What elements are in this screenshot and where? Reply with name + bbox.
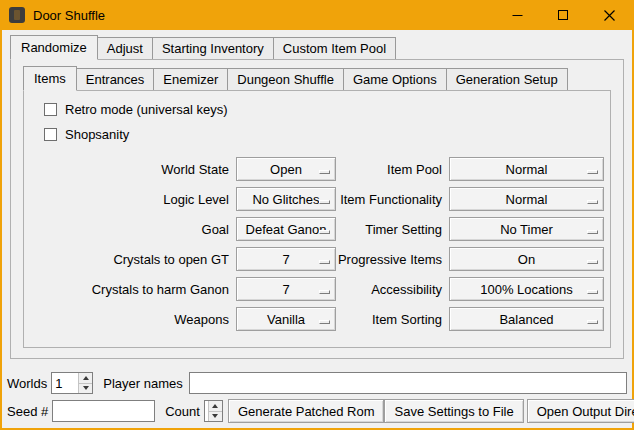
weapons-value: Vanilla bbox=[267, 312, 305, 327]
crystals-ganon-label: Crystals to harm Ganon bbox=[44, 282, 229, 297]
fields-right-column: Item Pool Normal Item Functionality Norm… bbox=[336, 157, 604, 331]
item-pool-dropdown[interactable]: Normal bbox=[449, 157, 604, 181]
weapons-row: Weapons Vanilla bbox=[44, 307, 336, 331]
window-title: Door Shuffle bbox=[33, 8, 105, 23]
menu-indicator-icon bbox=[319, 170, 330, 174]
item-functionality-label: Item Functionality bbox=[336, 192, 442, 207]
weapons-dropdown[interactable]: Vanilla bbox=[236, 307, 336, 331]
close-button[interactable] bbox=[586, 0, 632, 30]
worlds-spin-down-button[interactable] bbox=[79, 384, 92, 394]
item-functionality-value: Normal bbox=[506, 192, 548, 207]
arrow-up-icon bbox=[212, 404, 218, 408]
world-state-label: World State bbox=[44, 162, 229, 177]
arrow-down-icon bbox=[83, 386, 89, 390]
count-spin-down-button[interactable] bbox=[209, 412, 222, 422]
crystals-ganon-value: 7 bbox=[282, 282, 289, 297]
outer-tab-bar: Randomize Adjust Starting Inventory Cust… bbox=[10, 35, 624, 59]
player-names-label: Player names bbox=[103, 376, 182, 391]
menu-indicator-icon bbox=[319, 290, 330, 294]
goal-value: Defeat Ganon bbox=[246, 222, 327, 237]
tab-randomize[interactable]: Randomize bbox=[10, 35, 98, 60]
option-fields: World State Open Logic Level No Glitches bbox=[34, 157, 600, 331]
maximize-icon bbox=[558, 10, 568, 20]
retro-mode-row: Retro mode (universal keys) bbox=[44, 97, 600, 122]
crystals-gt-value: 7 bbox=[282, 252, 289, 267]
crystals-gt-label: Crystals to open GT bbox=[44, 252, 229, 267]
window-controls bbox=[494, 0, 632, 30]
menu-indicator-icon bbox=[587, 260, 598, 264]
maximize-button[interactable] bbox=[540, 0, 586, 30]
tab-game-options[interactable]: Game Options bbox=[343, 68, 447, 90]
tab-adjust[interactable]: Adjust bbox=[97, 37, 153, 59]
minimize-button[interactable] bbox=[494, 0, 540, 30]
item-sorting-dropdown[interactable]: Balanced bbox=[449, 307, 604, 331]
tab-custom-item-pool[interactable]: Custom Item Pool bbox=[273, 37, 396, 59]
goal-dropdown[interactable]: Defeat Ganon bbox=[236, 217, 336, 241]
crystals-gt-dropdown[interactable]: 7 bbox=[236, 247, 336, 271]
worlds-row: Worlds Player names bbox=[7, 371, 627, 395]
tab-dungeon-shuffle[interactable]: Dungeon Shuffle bbox=[227, 68, 344, 90]
outer-notebook: Randomize Adjust Starting Inventory Cust… bbox=[10, 35, 624, 359]
world-state-dropdown[interactable]: Open bbox=[236, 157, 336, 181]
item-sorting-value: Balanced bbox=[499, 312, 553, 327]
world-state-row: World State Open bbox=[44, 157, 336, 181]
item-pool-value: Normal bbox=[506, 162, 548, 177]
progressive-items-row: Progressive Items On bbox=[336, 247, 604, 271]
crystals-ganon-dropdown[interactable]: 7 bbox=[236, 277, 336, 301]
items-pane: Retro mode (universal keys) Shopsanity W… bbox=[23, 90, 611, 348]
save-settings-button[interactable]: Save Settings to File bbox=[384, 399, 523, 423]
shopsanity-row: Shopsanity bbox=[44, 122, 600, 147]
menu-indicator-icon bbox=[319, 230, 330, 234]
retro-mode-label: Retro mode (universal keys) bbox=[65, 102, 228, 117]
open-output-directory-button[interactable]: Open Output Directory bbox=[527, 399, 634, 423]
door-app-icon bbox=[9, 7, 25, 23]
worlds-input[interactable] bbox=[52, 373, 78, 393]
seed-input[interactable] bbox=[52, 400, 155, 422]
retro-mode-checkbox[interactable] bbox=[44, 103, 57, 116]
tab-generation-setup[interactable]: Generation Setup bbox=[446, 68, 568, 90]
menu-indicator-icon bbox=[587, 320, 598, 324]
item-pool-label: Item Pool bbox=[336, 162, 442, 177]
logic-level-value: No Glitches bbox=[252, 192, 319, 207]
seed-row: Seed # Count Generate Patched Rom Save S… bbox=[7, 399, 627, 423]
timer-setting-row: Timer Setting No Timer bbox=[336, 217, 604, 241]
menu-indicator-icon bbox=[319, 260, 330, 264]
logic-level-row: Logic Level No Glitches bbox=[44, 187, 336, 211]
worlds-spin-buttons bbox=[78, 373, 92, 393]
accessibility-dropdown[interactable]: 100% Locations bbox=[449, 277, 604, 301]
accessibility-label: Accessibility bbox=[336, 282, 442, 297]
close-icon bbox=[604, 10, 615, 21]
item-pool-row: Item Pool Normal bbox=[336, 157, 604, 181]
titlebar: Door Shuffle bbox=[2, 0, 632, 30]
logic-level-dropdown[interactable]: No Glitches bbox=[236, 187, 336, 211]
progressive-items-label: Progressive Items bbox=[336, 252, 442, 267]
item-sorting-row: Item Sorting Balanced bbox=[336, 307, 604, 331]
tab-entrances[interactable]: Entrances bbox=[76, 68, 155, 90]
shopsanity-checkbox[interactable] bbox=[44, 128, 57, 141]
tab-enemizer[interactable]: Enemizer bbox=[153, 68, 228, 90]
crystals-ganon-row: Crystals to harm Ganon 7 bbox=[44, 277, 336, 301]
menu-indicator-icon bbox=[587, 170, 598, 174]
menu-indicator-icon bbox=[587, 200, 598, 204]
timer-setting-dropdown[interactable]: No Timer bbox=[449, 217, 604, 241]
minimize-icon bbox=[512, 10, 523, 21]
generate-patched-rom-button[interactable]: Generate Patched Rom bbox=[228, 399, 385, 423]
progressive-items-value: On bbox=[518, 252, 535, 267]
inner-tab-bar: Items Entrances Enemizer Dungeon Shuffle… bbox=[23, 66, 611, 90]
count-spin-up-button[interactable] bbox=[209, 401, 222, 412]
worlds-spin-up-button[interactable] bbox=[79, 373, 92, 384]
tab-items[interactable]: Items bbox=[23, 66, 77, 91]
menu-indicator-icon bbox=[587, 230, 598, 234]
item-functionality-dropdown[interactable]: Normal bbox=[449, 187, 604, 211]
world-state-value: Open bbox=[270, 162, 302, 177]
tab-starting-inventory[interactable]: Starting Inventory bbox=[152, 37, 274, 59]
app-window: Door Shuffle Randomize Adjust Starting I… bbox=[0, 0, 634, 430]
accessibility-value: 100% Locations bbox=[480, 282, 573, 297]
menu-indicator-icon bbox=[587, 290, 598, 294]
progressive-items-dropdown[interactable]: On bbox=[449, 247, 604, 271]
item-sorting-label: Item Sorting bbox=[336, 312, 442, 327]
player-names-input[interactable] bbox=[189, 372, 627, 394]
goal-label: Goal bbox=[44, 222, 229, 237]
accessibility-row: Accessibility 100% Locations bbox=[336, 277, 604, 301]
menu-indicator-icon bbox=[319, 200, 330, 204]
